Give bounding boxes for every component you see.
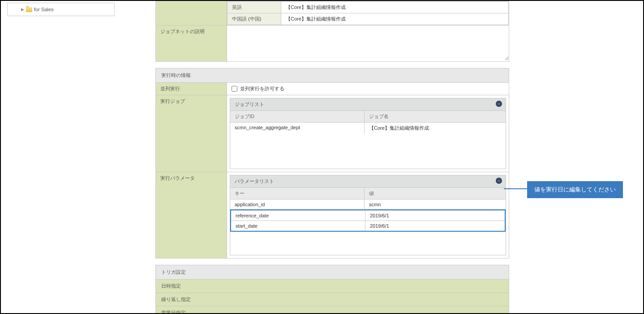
param-val-cell: 2019/6/1 xyxy=(365,221,505,231)
runtime-info-header: 実行時の情報 xyxy=(155,68,509,83)
parallel-checkbox[interactable] xyxy=(232,86,237,92)
callout-box: 値を実行日に編集してください xyxy=(527,181,623,198)
tree-item-label: for Sales xyxy=(34,7,53,12)
lang-row: 中国語 (中国) 【Core】集計組織情報作成 xyxy=(228,13,509,25)
exec-job-row: 実行ジョブ ジョブリスト − ジョブID ジョブ名 scmn_create_ag… xyxy=(155,95,509,172)
param-list-empty-space xyxy=(230,232,506,255)
lang-label-spacer xyxy=(155,1,227,25)
param-list-panel: パラメータリスト − キー 値 application_id scmn refe… xyxy=(230,175,506,255)
param-row[interactable]: reference_date 2019/6/1 xyxy=(231,210,505,221)
param-val-col: 値 xyxy=(365,188,506,199)
job-row[interactable]: scmn_create_aggregate_dept 【Core】集計組織情報作… xyxy=(230,122,506,134)
param-table-header: キー 値 xyxy=(230,187,506,199)
param-list-title: パラメータリスト xyxy=(235,178,274,184)
parallel-checkbox-row: 並列実行を許可する xyxy=(227,83,509,95)
exec-param-label: 実行パラメータ xyxy=(155,172,227,259)
param-highlight-box: reference_date 2019/6/1 start_date 2019/… xyxy=(230,209,506,232)
job-id-col: ジョブID xyxy=(230,111,365,122)
lang-zh-value: 【Core】集計組織情報作成 xyxy=(281,13,509,25)
nav-tree: ▶ for Sales xyxy=(7,3,115,16)
tree-item-for-sales[interactable]: ▶ for Sales xyxy=(10,6,112,13)
jobnet-desc-row: ジョブネットの説明 xyxy=(155,25,509,62)
collapse-icon[interactable]: − xyxy=(496,178,502,184)
lang-en-label: 英語 xyxy=(228,2,281,13)
trigger-bizday-label[interactable]: 営業日指定 xyxy=(155,306,509,314)
callout-connector xyxy=(504,188,527,189)
lang-zh-label: 中国語 (中国) xyxy=(228,13,281,25)
job-list-title: ジョブリスト xyxy=(235,102,264,107)
job-list-empty-space xyxy=(230,134,506,169)
language-table: 英語 【Core】集計組織情報作成 中国語 (中国) 【Core】集計組織情報作… xyxy=(227,1,509,25)
exec-param-value: パラメータリスト − キー 値 application_id scmn refe… xyxy=(227,172,509,259)
lang-values: 英語 【Core】集計組織情報作成 中国語 (中国) 【Core】集計組織情報作… xyxy=(227,1,509,25)
jobnet-desc-value xyxy=(227,25,509,62)
job-name-col: ジョブ名 xyxy=(365,111,506,122)
trigger-section: トリガ設定 日時指定 繰り返し指定 営業日指定 xyxy=(155,265,509,314)
parallel-value: 並列実行を許可する xyxy=(227,83,509,95)
exec-param-row: 実行パラメータ パラメータリスト − キー 値 application_id s… xyxy=(155,172,509,259)
language-rows-container: 英語 【Core】集計組織情報作成 中国語 (中国) 【Core】集計組織情報作… xyxy=(155,1,509,25)
param-val-cell: 2019/6/1 xyxy=(365,211,505,221)
trigger-datetime-label[interactable]: 日時指定 xyxy=(155,280,509,293)
param-key-cell: application_id xyxy=(230,199,365,209)
jobnet-desc-label: ジョブネットの説明 xyxy=(155,25,227,62)
param-key-col: キー xyxy=(230,188,365,199)
param-key-cell: reference_date xyxy=(231,211,365,221)
param-row[interactable]: start_date 2019/6/1 xyxy=(231,221,505,231)
exec-job-value: ジョブリスト − ジョブID ジョブ名 scmn_create_aggregat… xyxy=(227,95,509,172)
parallel-label: 並列実行 xyxy=(155,83,227,95)
job-list-header: ジョブリスト − xyxy=(230,98,506,110)
lang-en-value: 【Core】集計組織情報作成 xyxy=(281,2,509,13)
expand-arrow-icon[interactable]: ▶ xyxy=(21,7,24,12)
job-name-cell: 【Core】集計組織情報作成 xyxy=(365,123,506,134)
param-key-cell: start_date xyxy=(231,221,365,231)
param-val-cell: scmn xyxy=(365,199,506,209)
job-id-cell: scmn_create_aggregate_dept xyxy=(230,123,365,134)
lang-row: 英語 【Core】集計組織情報作成 xyxy=(228,2,509,13)
parallel-row: 並列実行 並列実行を許可する xyxy=(155,83,509,95)
job-table-header: ジョブID ジョブ名 xyxy=(230,110,506,122)
folder-icon xyxy=(26,7,32,12)
exec-job-label: 実行ジョブ xyxy=(155,95,227,172)
param-row[interactable]: application_id scmn xyxy=(230,199,506,209)
job-list-panel: ジョブリスト − ジョブID ジョブ名 scmn_create_aggregat… xyxy=(230,98,506,169)
param-list-header: パラメータリスト − xyxy=(230,175,506,187)
trigger-repeat-label[interactable]: 繰り返し指定 xyxy=(155,293,509,306)
jobnet-desc-textarea[interactable] xyxy=(227,25,509,60)
trigger-header: トリガ設定 xyxy=(155,265,509,280)
collapse-icon[interactable]: − xyxy=(496,101,502,107)
main-form-panel: 英語 【Core】集計組織情報作成 中国語 (中国) 【Core】集計組織情報作… xyxy=(155,1,509,314)
parallel-checkbox-label: 並列実行を許可する xyxy=(240,85,284,92)
